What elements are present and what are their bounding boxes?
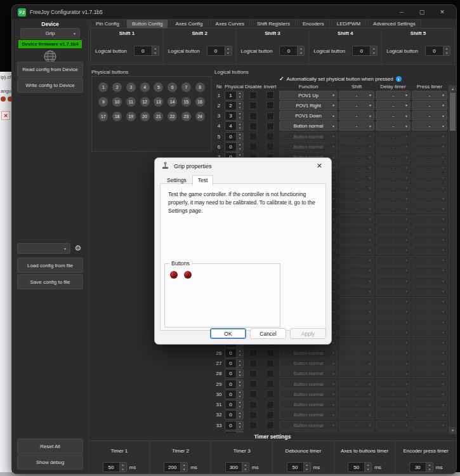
- physical-input-row-32-down-button[interactable]: ▼: [237, 415, 243, 420]
- delay-timer-select[interactable]: -▼: [376, 162, 411, 172]
- shift-select[interactable]: -▼: [339, 132, 374, 142]
- shift-4-logical-button-input-down-button[interactable]: ▼: [371, 51, 377, 55]
- delay-timer-select[interactable]: -▼: [376, 225, 411, 234]
- disable-checkbox[interactable]: [249, 390, 257, 398]
- invert-checkbox[interactable]: [266, 421, 274, 429]
- reset-all-button[interactable]: Reset All: [17, 439, 83, 454]
- physical-input-row-3-down-button[interactable]: ▼: [237, 116, 243, 121]
- shift-4-logical-button-input-up-button[interactable]: ▲: [371, 46, 377, 51]
- physical-button-1[interactable]: 1: [98, 83, 108, 92]
- invert-checkbox[interactable]: [266, 380, 274, 388]
- axes-to-buttons-timer-input-up-button[interactable]: ▲: [365, 463, 371, 467]
- shift-select[interactable]: -▼: [339, 400, 374, 409]
- shift-select[interactable]: -▼: [339, 338, 374, 348]
- shift-1-logical-button-input-up-button[interactable]: ▲: [152, 46, 159, 51]
- press-timer-select[interactable]: -▼: [412, 421, 447, 430]
- physical-button-5[interactable]: 5: [154, 83, 163, 92]
- press-timer-select[interactable]: -▼: [412, 132, 447, 142]
- shift-select[interactable]: -▼: [339, 204, 374, 213]
- delay-timer-select[interactable]: -▼: [376, 380, 411, 389]
- delay-timer-select[interactable]: -▼: [376, 348, 411, 358]
- disable-checkbox[interactable]: [249, 380, 257, 388]
- physical-button-16[interactable]: 16: [195, 97, 205, 107]
- press-timer-select[interactable]: -▼: [412, 359, 447, 368]
- shift-select[interactable]: -▼: [339, 369, 374, 378]
- ok-button[interactable]: OK: [210, 328, 246, 339]
- invert-checkbox[interactable]: [266, 133, 274, 140]
- shift-select[interactable]: -▼: [339, 225, 374, 234]
- language-select[interactable]: ▼: [17, 243, 70, 254]
- delay-timer-select[interactable]: -▼: [376, 183, 411, 193]
- physical-input-row-4[interactable]: 4▲▼: [225, 121, 244, 131]
- physical-input-row-6[interactable]: 0▲▼: [225, 142, 244, 152]
- press-timer-select[interactable]: -▼: [412, 245, 447, 255]
- delay-timer-select[interactable]: -▼: [376, 297, 411, 307]
- physical-input-row-31[interactable]: 0▲▼: [225, 400, 244, 409]
- physical-input-row-27-down-button[interactable]: ▼: [237, 364, 243, 368]
- press-timer-select[interactable]: -▼: [412, 348, 447, 358]
- timer-1-input-up-button[interactable]: ▲: [120, 463, 126, 467]
- delay-timer-select[interactable]: -▼: [376, 132, 411, 142]
- physical-input-row-1-down-button[interactable]: ▼: [237, 95, 243, 100]
- physical-button-21[interactable]: 21: [154, 112, 163, 121]
- timer-3-input-up-button[interactable]: ▲: [242, 463, 249, 467]
- physical-button-7[interactable]: 7: [181, 83, 191, 92]
- shift-select[interactable]: -▼: [339, 245, 374, 255]
- encoder-press-timer-input-up-button[interactable]: ▲: [426, 463, 433, 467]
- physical-button-6[interactable]: 6: [168, 83, 177, 92]
- shift-select[interactable]: -▼: [339, 431, 374, 433]
- press-timer-select[interactable]: -▼: [412, 307, 447, 317]
- shift-select[interactable]: -▼: [339, 121, 374, 131]
- function-select[interactable]: Button normal▼: [279, 142, 338, 152]
- physical-input-row-6-down-button[interactable]: ▼: [237, 147, 243, 151]
- delay-timer-select[interactable]: -▼: [376, 173, 411, 183]
- physical-button-23[interactable]: 23: [181, 112, 191, 121]
- shift-1-logical-button-input[interactable]: 0▲▼: [134, 46, 159, 56]
- auto-set-checkbox-row[interactable]: ✓ Automatically set physical button when…: [279, 76, 402, 82]
- press-timer-select[interactable]: -▼: [412, 121, 447, 131]
- press-timer-select[interactable]: -▼: [412, 390, 447, 399]
- physical-input-row-29[interactable]: 0▲▼: [225, 380, 244, 389]
- dialog-tab-settings[interactable]: Settings: [161, 175, 192, 186]
- shift-4-logical-button-input[interactable]: 0▲▼: [352, 46, 378, 56]
- shift-select[interactable]: -▼: [339, 194, 374, 203]
- delay-timer-select[interactable]: -▼: [376, 204, 411, 213]
- tab-advanced-settings[interactable]: Advanced Settings: [367, 19, 421, 28]
- timer-1-input[interactable]: 50▲▼: [103, 462, 127, 472]
- function-select[interactable]: Button normal▼: [279, 121, 338, 131]
- shift-select[interactable]: -▼: [339, 162, 374, 172]
- physical-input-row-31-down-button[interactable]: ▼: [237, 405, 243, 409]
- function-select[interactable]: POV1 Down▼: [279, 111, 338, 121]
- function-select[interactable]: Button normal▼: [279, 348, 338, 358]
- delay-timer-select[interactable]: -▼: [376, 369, 411, 378]
- delay-timer-select[interactable]: -▼: [376, 421, 411, 430]
- physical-input-row-33-down-button[interactable]: ▼: [237, 425, 243, 430]
- tab-button-config[interactable]: Button Config: [126, 19, 168, 28]
- press-timer-select[interactable]: -▼: [412, 225, 447, 234]
- delay-timer-select[interactable]: -▼: [376, 152, 411, 162]
- shift-2-logical-button-input-up-button[interactable]: ▲: [225, 46, 232, 51]
- press-timer-select[interactable]: -▼: [412, 194, 447, 203]
- delay-timer-select[interactable]: -▼: [376, 121, 411, 131]
- invert-checkbox[interactable]: [266, 112, 274, 120]
- shift-select[interactable]: -▼: [339, 390, 374, 399]
- press-timer-select[interactable]: -▼: [412, 111, 447, 121]
- press-timer-select[interactable]: -▼: [412, 256, 447, 265]
- tab-axes-config[interactable]: Axes Config: [169, 19, 208, 28]
- scroll-up-icon[interactable]: ▲: [449, 86, 456, 92]
- shift-2-logical-button-input-down-button[interactable]: ▼: [225, 51, 232, 55]
- device-select[interactable]: Grip ▼: [20, 28, 80, 39]
- shift-select[interactable]: -▼: [339, 142, 374, 152]
- shift-select[interactable]: -▼: [339, 111, 374, 121]
- shift-2-logical-button-input[interactable]: 0▲▼: [207, 46, 232, 56]
- press-timer-select[interactable]: -▼: [412, 327, 447, 337]
- encoder-press-timer-input[interactable]: 30▲▼: [409, 462, 433, 472]
- disable-checkbox[interactable]: [249, 360, 257, 367]
- timer-3-input[interactable]: 300▲▼: [225, 462, 249, 472]
- shift-select[interactable]: -▼: [339, 235, 374, 244]
- function-select[interactable]: POV1 Up▼: [279, 91, 338, 100]
- delay-timer-select[interactable]: -▼: [376, 327, 411, 337]
- physical-input-row-28-down-button[interactable]: ▼: [237, 374, 243, 378]
- minimize-button[interactable]: –: [391, 5, 412, 19]
- invert-checkbox[interactable]: [266, 349, 274, 357]
